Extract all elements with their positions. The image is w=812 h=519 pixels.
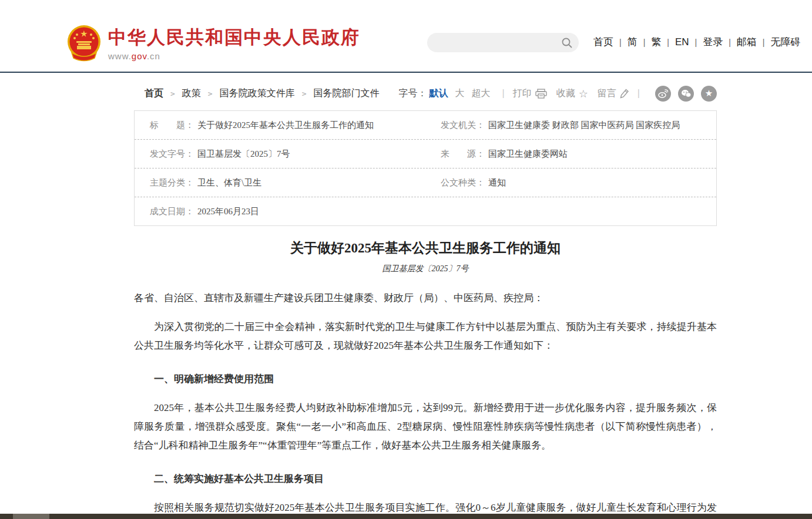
paragraph-section-1: 2025年，基本公共卫生服务经费人均财政补助标准增加5元，达到99元。新增经费用… bbox=[134, 399, 717, 455]
meta-value-doc-type: 通知 bbox=[488, 177, 506, 188]
section-heading-1: 一、明确新增经费使用范围 bbox=[134, 370, 717, 389]
meta-label-topic-category: 主题分类： bbox=[135, 177, 194, 188]
weibo-share-icon[interactable] bbox=[655, 86, 671, 102]
search-input[interactable] bbox=[427, 33, 561, 52]
pencil-icon bbox=[620, 89, 629, 99]
breadcrumb-policy[interactable]: 政策 bbox=[182, 87, 201, 100]
meta-row-category: 主题分类： 卫生、体育\卫生 公文种类： 通知 bbox=[135, 168, 716, 197]
national-emblem-icon bbox=[65, 23, 103, 62]
chevron-right-icon: > bbox=[302, 89, 307, 98]
nav-simplified[interactable]: 简 bbox=[622, 35, 643, 49]
meta-row-number: 发文字号： 国卫基层发〔2025〕7号 来 源： 国家卫生健康委网站 bbox=[135, 140, 716, 168]
meta-value-issuing-org: 国家卫生健康委 财政部 国家中医药局 国家疾控局 bbox=[488, 120, 680, 131]
document-meta-table: 标 题： 关于做好2025年基本公共卫生服务工作的通知 发文机关： 国家卫生健康… bbox=[134, 110, 717, 226]
section-heading-2: 二、统筹实施好基本公共卫生服务项目 bbox=[134, 470, 717, 488]
star-icon: ☆ bbox=[579, 87, 588, 100]
meta-value-doc-number: 国卫基层发〔2025〕7号 bbox=[197, 149, 290, 160]
print-button[interactable]: 打印 bbox=[513, 87, 547, 100]
meta-row-title: 标 题： 关于做好2025年基本公共卫生服务工作的通知 发文机关： 国家卫生健康… bbox=[135, 111, 716, 140]
paragraph-salutation: 各省、自治区、直辖市及新疆生产建设兵团卫生健康委、财政厅（局）、中医药局、疾控局… bbox=[134, 289, 717, 308]
paragraph-intro: 为深入贯彻党的二十届三中全会精神，落实新时代党的卫生与健康工作方针中以基层为重点… bbox=[134, 318, 717, 355]
font-size-label: 字号： bbox=[399, 87, 427, 100]
chevron-right-icon: > bbox=[170, 89, 175, 98]
article-body: 关于做好2025年基本公共卫生服务工作的通知 国卫基层发〔2025〕7号 各省、… bbox=[134, 239, 717, 519]
chevron-right-icon: > bbox=[208, 89, 213, 98]
printer-icon bbox=[535, 89, 547, 99]
nav-english[interactable]: EN bbox=[669, 36, 695, 48]
breadcrumb-policy-library[interactable]: 国务院政策文件库 bbox=[220, 87, 295, 100]
top-nav: 首页| 简| 繁| EN| 登录| 邮箱| 无障碍 bbox=[588, 35, 806, 49]
meta-value-topic-category: 卫生、体育\卫生 bbox=[197, 177, 261, 188]
qzone-share-icon[interactable]: ★ bbox=[701, 86, 717, 102]
site-url: www.gov.cn bbox=[108, 51, 360, 61]
article-title: 关于做好2025年基本公共卫生服务工作的通知 bbox=[134, 239, 717, 257]
page-tools: 字号： 默认 大 超大 | 打印 收藏 ☆ 留言 bbox=[399, 86, 717, 102]
header-divider bbox=[0, 72, 812, 73]
bottom-footer-segment bbox=[13, 514, 49, 519]
meta-label-doc-type: 公文种类： bbox=[425, 177, 485, 188]
search-icon[interactable] bbox=[561, 37, 573, 49]
meta-label-title: 标 题： bbox=[135, 120, 194, 131]
tools-divider: | bbox=[637, 88, 640, 99]
nav-login[interactable]: 登录 bbox=[697, 35, 729, 49]
site-header: 中华人民共和国中央人民政府 www.gov.cn 首页| 简| 繁| EN| 登… bbox=[0, 0, 812, 73]
nav-accessibility[interactable]: 无障碍 bbox=[764, 35, 806, 49]
breadcrumb: 首页 > 政策 > 国务院政策文件库 > 国务院部门文件 bbox=[134, 87, 379, 100]
nav-traditional[interactable]: 繁 bbox=[645, 35, 667, 49]
site-title: 中华人民共和国中央人民政府 bbox=[108, 25, 360, 50]
meta-row-date: 成文日期： 2025年06月23日 bbox=[135, 197, 716, 225]
meta-label-doc-number: 发文字号： bbox=[135, 149, 194, 160]
meta-value-date: 2025年06月23日 bbox=[197, 206, 259, 217]
bottom-footer-edge bbox=[0, 514, 812, 519]
font-size-xlarge[interactable]: 超大 bbox=[472, 87, 491, 100]
meta-label-date: 成文日期： bbox=[135, 206, 194, 217]
toolbar-row: 首页 > 政策 > 国务院政策文件库 > 国务院部门文件 字号： 默认 大 超大… bbox=[134, 85, 717, 102]
font-size-default[interactable]: 默认 bbox=[430, 87, 448, 100]
favorite-button[interactable]: 收藏 ☆ bbox=[556, 87, 588, 100]
meta-label-source: 来 源： bbox=[425, 149, 485, 160]
site-logo[interactable]: 中华人民共和国中央人民政府 www.gov.cn bbox=[65, 23, 360, 62]
nav-home[interactable]: 首页 bbox=[588, 35, 619, 49]
meta-label-issuing-org: 发文机关： bbox=[425, 120, 485, 131]
breadcrumb-dept-docs[interactable]: 国务院部门文件 bbox=[313, 87, 379, 100]
meta-value-title: 关于做好2025年基本公共卫生服务工作的通知 bbox=[197, 120, 374, 131]
meta-value-source: 国家卫生健康委网站 bbox=[488, 149, 568, 160]
wechat-share-icon[interactable] bbox=[678, 86, 694, 102]
site-title-block: 中华人民共和国中央人民政府 www.gov.cn bbox=[108, 25, 360, 61]
comment-button[interactable]: 留言 bbox=[598, 87, 629, 100]
nav-mail[interactable]: 邮箱 bbox=[731, 35, 763, 49]
font-size-large[interactable]: 大 bbox=[455, 87, 465, 100]
breadcrumb-home[interactable]: 首页 bbox=[145, 87, 163, 100]
tools-divider: | bbox=[502, 88, 505, 99]
search-box[interactable] bbox=[427, 33, 579, 52]
article-doc-number: 国卫基层发〔2025〕7号 bbox=[134, 264, 717, 274]
